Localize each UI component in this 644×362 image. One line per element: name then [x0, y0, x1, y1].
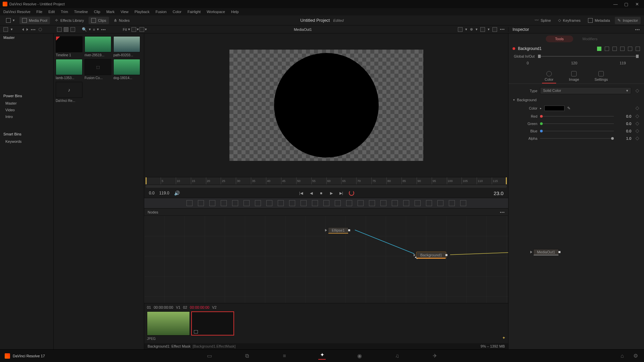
- tool-polyline-icon[interactable]: [358, 200, 364, 206]
- window-close[interactable]: ✕: [635, 2, 639, 6]
- tool-emitter-icon[interactable]: [403, 200, 409, 206]
- menu-workspace[interactable]: Workspace: [207, 10, 225, 14]
- nodes-more-icon[interactable]: •••: [500, 210, 505, 214]
- loop-icon[interactable]: [349, 190, 354, 196]
- inspector-button[interactable]: ✎Inspector: [615, 17, 641, 24]
- bin-view-icon[interactable]: [3, 27, 8, 32]
- page-fairlight-icon[interactable]: ♫: [393, 352, 401, 360]
- tool-background-icon[interactable]: [186, 200, 193, 206]
- clip-thumb[interactable]: river-29519...: [85, 36, 111, 57]
- channel-slider[interactable]: [540, 123, 614, 124]
- viewer-tool-icon[interactable]: [458, 27, 463, 32]
- tool-light-icon[interactable]: [266, 200, 272, 206]
- next-bin-icon[interactable]: [26, 28, 28, 31]
- menu-edit[interactable]: Edit: [48, 10, 55, 14]
- grid-icon[interactable]: [480, 27, 485, 32]
- page-cut-icon[interactable]: ⧉: [243, 352, 251, 360]
- speaker-icon[interactable]: 🔊: [174, 190, 180, 196]
- tab-settings[interactable]: Settings: [592, 70, 611, 83]
- inspector-more-icon[interactable]: •••: [635, 27, 640, 32]
- node-graph[interactable]: Ellipse1 Background1 MediaOut1 ↖: [144, 216, 508, 303]
- viewer[interactable]: [144, 34, 508, 177]
- keyframe-icon[interactable]: [635, 106, 639, 110]
- window-maximize[interactable]: ▢: [624, 2, 629, 6]
- keyframe-icon[interactable]: [635, 136, 639, 140]
- spline-button[interactable]: 〰Spline: [532, 17, 554, 24]
- lock-icon[interactable]: [628, 47, 632, 51]
- window-minimize[interactable]: —: [613, 2, 618, 6]
- step-back-icon[interactable]: ◀: [309, 190, 314, 196]
- pin-icon[interactable]: [620, 47, 625, 51]
- type-dropdown[interactable]: Solid Color▾: [540, 87, 631, 94]
- background-section-label[interactable]: Background: [517, 98, 537, 102]
- clip-thumb[interactable]: ♪DaVinci Re...: [56, 82, 83, 103]
- power-bins-header[interactable]: Power Bins: [0, 92, 53, 100]
- channel-value[interactable]: 0.0: [616, 129, 631, 133]
- sort-icon[interactable]: ≡: [93, 27, 95, 32]
- keyframe-icon[interactable]: [635, 122, 639, 125]
- node-ellipse1[interactable]: Ellipse1: [328, 227, 348, 234]
- search-icon[interactable]: 🔍: [82, 27, 87, 32]
- prev-bin-icon[interactable]: [22, 28, 24, 31]
- stop-icon[interactable]: ■: [319, 190, 324, 196]
- global-out-value[interactable]: 119: [620, 61, 626, 65]
- tool-render3d-icon[interactable]: [449, 200, 455, 206]
- play-icon[interactable]: ▶: [329, 190, 334, 196]
- menu-trim[interactable]: Trim: [61, 10, 68, 14]
- menu-clip[interactable]: Clip: [94, 10, 100, 14]
- tool-text3d-icon[interactable]: [415, 200, 421, 206]
- strip-clip-2-selected[interactable]: [191, 311, 234, 336]
- tool-mask-pen-icon[interactable]: [255, 200, 261, 206]
- dual-view-icon[interactable]: [492, 27, 497, 32]
- time-ruler[interactable]: 5101520253035404550556065707580859095100…: [146, 177, 507, 184]
- effects-library-button[interactable]: ✧Effects Library: [52, 16, 87, 24]
- tool-camera3d-icon[interactable]: [437, 200, 443, 206]
- media-pool-button[interactable]: Media Pool: [19, 17, 50, 24]
- tool-merge-icon[interactable]: [198, 200, 204, 206]
- keyframe-icon[interactable]: [635, 114, 639, 118]
- bin-item[interactable]: Video: [0, 107, 53, 113]
- global-io-slider[interactable]: [538, 56, 639, 57]
- tool-corner-icon[interactable]: [323, 200, 329, 206]
- tab-image[interactable]: Image: [566, 70, 582, 83]
- menu-mark[interactable]: Mark: [106, 10, 114, 14]
- go-end-icon[interactable]: ▶|: [339, 190, 344, 196]
- tab-modifiers[interactable]: Modifiers: [573, 36, 607, 42]
- project-settings-icon[interactable]: ⚙: [632, 352, 639, 360]
- view-mode-2-icon[interactable]: [64, 27, 68, 32]
- more-icon[interactable]: •••: [500, 27, 505, 32]
- tool-paint-icon[interactable]: [221, 200, 227, 206]
- tool-tracker-icon[interactable]: [232, 200, 238, 206]
- tool-particles-icon[interactable]: [380, 200, 386, 206]
- menu-davinci-resolve[interactable]: DaVinci Resolve: [3, 10, 31, 14]
- channel-value[interactable]: 0.0: [616, 114, 631, 118]
- clip-thumb[interactable]: Timeline 1: [56, 36, 83, 57]
- snap-icon[interactable]: ⊕: [470, 27, 473, 32]
- menu-fairlight[interactable]: Fairlight: [187, 10, 201, 14]
- tool-matte-icon[interactable]: [312, 200, 318, 206]
- node-background1[interactable]: Background1: [417, 252, 446, 258]
- page-media-icon[interactable]: ▭: [206, 352, 213, 360]
- metadata-button[interactable]: Metadata: [585, 17, 613, 24]
- tab-tools[interactable]: Tools: [546, 36, 573, 42]
- channel-value[interactable]: 1.0: [616, 136, 631, 140]
- menu-file[interactable]: File: [37, 10, 43, 14]
- tool-crop-icon[interactable]: [301, 200, 307, 206]
- channel-slider[interactable]: [540, 116, 614, 117]
- tool-ellipse-icon[interactable]: [346, 200, 352, 206]
- global-in-value[interactable]: 0: [527, 61, 529, 65]
- bin-item[interactable]: Intro: [0, 113, 53, 120]
- more-icon[interactable]: •••: [101, 27, 106, 32]
- bin-item[interactable]: Master: [0, 100, 53, 107]
- strip-clip-1[interactable]: [147, 311, 190, 336]
- home-icon[interactable]: ⌂: [619, 352, 626, 360]
- clip-thumb[interactable]: lamb-1353...: [56, 59, 83, 80]
- settings-icon[interactable]: [636, 47, 640, 51]
- view-mode-3-icon[interactable]: [70, 27, 75, 32]
- tool-drop-icon[interactable]: [278, 200, 284, 206]
- current-timecode[interactable]: 23.0: [494, 190, 503, 196]
- tool-particles3d-icon[interactable]: [392, 200, 398, 206]
- menu-playback[interactable]: Playback: [135, 10, 150, 14]
- fit-dropdown[interactable]: Fit: [123, 27, 127, 32]
- node-mediaout1[interactable]: MediaOut1: [533, 249, 559, 255]
